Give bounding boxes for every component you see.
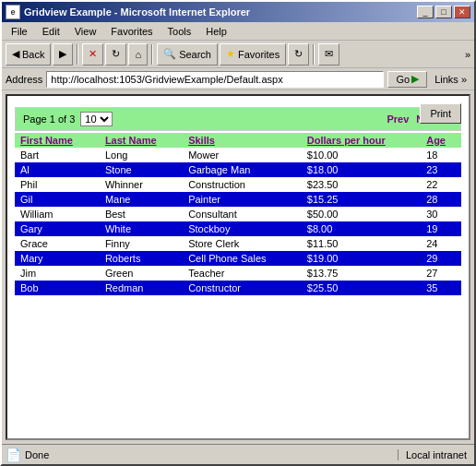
page-info: Page 1 of 3 10 20 50 [23,112,113,126]
status-bar: 📄 Done Local intranet [2,444,474,464]
history-icon: ↻ [294,48,303,60]
stop-button[interactable]: ✕ [82,43,103,66]
col-skills[interactable]: Skills [183,133,302,148]
menu-tools[interactable]: Tools [162,24,197,39]
cell-last: Green [100,266,183,281]
prev-link[interactable]: Prev [387,114,409,125]
address-bar: Address http://localhost:1053/GridviewEx… [2,68,474,90]
home-button[interactable]: ⌂ [128,43,148,66]
cell-first: Jim [15,266,100,281]
cell-first: Grace [15,236,100,251]
browser-window: e Gridview Example - Microsoft Internet … [0,0,476,466]
toolbar-separator-3 [313,44,315,65]
cell-last: Roberts [100,251,183,266]
cell-dollars: $50.00 [302,207,421,221]
cell-first: Mary [15,251,100,266]
back-arrow-icon: ◀ [12,48,19,60]
col-age[interactable]: Age [421,133,461,148]
table-row: AlStoneGarbage Man$18.0023 [15,162,461,177]
cell-age: 29 [421,251,461,266]
search-button[interactable]: 🔍 Search [157,43,218,66]
status-left: 📄 Done [6,448,49,462]
cell-dollars: $8.00 [302,221,421,236]
toolbar-separator-2 [151,44,153,65]
cell-age: 19 [421,221,461,236]
app-icon: e [6,5,20,19]
cell-last: Best [100,207,183,221]
cell-age: 28 [421,192,461,207]
mail-icon: ✉ [325,48,333,60]
cell-last: Redman [100,281,183,295]
back-button[interactable]: ◀ Back [6,43,51,66]
address-input-wrap: http://localhost:1053/GridviewExample/De… [46,71,384,88]
cell-age: 22 [421,177,461,192]
maximize-button[interactable]: □ [435,6,452,18]
cell-dollars: $15.25 [302,192,421,207]
content-area: Print Page 1 of 3 10 20 50 Prev Next >> [6,94,470,440]
table-row: WilliamBestConsultant$50.0030 [15,207,461,221]
menu-help[interactable]: Help [200,24,232,39]
col-first-name[interactable]: First Name [15,133,100,148]
status-right: Local intranet [398,449,470,460]
status-text: Done [25,449,49,460]
search-label: Search [179,49,211,60]
address-url[interactable]: http://localhost:1053/GridviewExample/De… [51,74,379,85]
cell-skills: Cell Phone Sales [183,251,302,266]
cell-dollars: $25.50 [302,281,421,295]
cell-last: Long [100,148,183,162]
cell-dollars: $10.00 [302,148,421,162]
cell-age: 30 [421,207,461,221]
cell-last: Whinner [100,177,183,192]
stop-icon: ✕ [89,48,97,60]
cell-skills: Construction [183,177,302,192]
window-title: Gridview Example - Microsoft Internet Ex… [24,6,250,18]
toolbar-expand: » [465,49,470,60]
go-label: Go [396,74,410,85]
menu-favorites[interactable]: Favorites [105,24,158,39]
star-icon: ★ [226,48,235,60]
menu-edit[interactable]: Edit [37,24,65,39]
table-header-row: First Name Last Name Skills Dollars per … [15,133,461,148]
close-button[interactable]: ✕ [454,6,470,18]
home-icon: ⌂ [135,49,141,60]
col-dollars[interactable]: Dollars per hour [302,133,421,148]
cell-dollars: $13.75 [302,266,421,281]
table-row: BartLongMower$10.0018 [15,148,461,162]
minimize-button[interactable]: _ [417,6,434,18]
forward-button[interactable]: ▶ [53,43,73,66]
status-page-icon: 📄 [6,448,21,462]
cell-first: Bob [15,281,100,295]
cell-first: Gil [15,192,100,207]
col-last-name[interactable]: Last Name [100,133,183,148]
mail-button[interactable]: ✉ [318,43,339,66]
print-button[interactable]: Print [420,103,461,124]
title-bar: e Gridview Example - Microsoft Internet … [2,2,474,22]
favorites-button[interactable]: ★ Favorites [220,43,286,66]
page-size-select[interactable]: 10 20 50 [80,112,113,126]
forward-arrow-icon: ▶ [59,48,66,60]
table-row: GraceFinnyStore Clerk$11.5024 [15,236,461,251]
cell-skills: Constructor [183,281,302,295]
toolbar-separator-1 [77,44,78,65]
menu-bar: File Edit View Favorites Tools Help [2,22,474,41]
go-button[interactable]: Go ▶ [387,71,427,88]
back-label: Back [22,49,44,60]
cell-age: 35 [421,281,461,295]
history-button[interactable]: ↻ [288,43,309,66]
table-row: GaryWhiteStockboy$8.0019 [15,221,461,236]
cell-last: Finny [100,236,183,251]
table-row: BobRedmanConstructor$25.5035 [15,281,461,295]
cell-skills: Painter [183,192,302,207]
cell-dollars: $23.50 [302,177,421,192]
table-row: PhilWhinnerConstruction$23.5022 [15,177,461,192]
cell-last: Mane [100,192,183,207]
links-button[interactable]: Links » [431,74,470,85]
menu-file[interactable]: File [6,24,33,39]
cell-first: William [15,207,100,221]
refresh-button[interactable]: ↻ [105,43,126,66]
menu-view[interactable]: View [69,24,102,39]
table-row: MaryRobertsCell Phone Sales$19.0029 [15,251,461,266]
favorites-label: Favorites [238,49,280,60]
cell-first: Phil [15,177,100,192]
cell-first: Al [15,162,100,177]
